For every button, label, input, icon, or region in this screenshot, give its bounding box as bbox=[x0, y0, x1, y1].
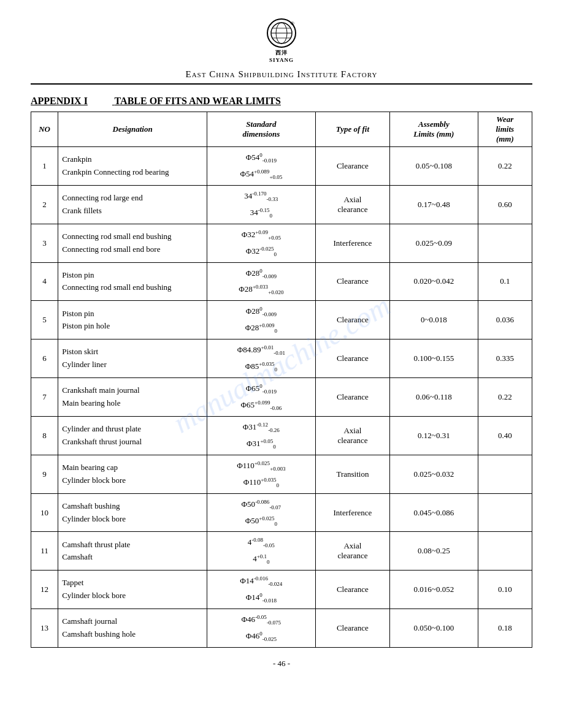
cell-no: 10 bbox=[31, 493, 58, 532]
cell-assembly: 0.17~0.48 bbox=[390, 185, 478, 224]
cell-type: Clearance bbox=[315, 147, 389, 186]
cell-wear: 0.60 bbox=[478, 185, 532, 224]
cell-std-dims: Φ110+0.025+0.003Φ110+0.0350 bbox=[207, 455, 316, 493]
cell-type: Transition bbox=[315, 455, 389, 493]
cell-assembly: 0.020~0.042 bbox=[390, 262, 478, 301]
cell-designation: Piston pinConnecting rod small end bushi… bbox=[58, 262, 207, 301]
col-header-no: NO bbox=[31, 112, 58, 147]
cell-type: Interference bbox=[315, 224, 389, 262]
cell-no: 6 bbox=[31, 339, 58, 378]
cell-designation: Connecting rod small end bushingConnecti… bbox=[58, 224, 207, 262]
cell-designation: Piston pinPiston pin hole bbox=[58, 301, 207, 339]
cell-no: 2 bbox=[31, 185, 58, 224]
cell-no: 9 bbox=[31, 455, 58, 493]
cell-wear bbox=[478, 493, 532, 532]
table-row: 10Camshaft bushingCylinder block boreΦ50… bbox=[31, 493, 532, 532]
cell-std-dims: Φ14-0.016-0.024Φ140-0.018 bbox=[207, 571, 316, 609]
cell-wear bbox=[478, 532, 532, 571]
cell-no: 8 bbox=[31, 416, 58, 455]
cell-designation: Piston skirtCylinder liner bbox=[58, 339, 207, 378]
table-row: 5Piston pinPiston pin holeΦ280-0.009Φ28+… bbox=[31, 301, 532, 339]
cell-std-dims: Φ650-0.019Φ65+0.099-0.06 bbox=[207, 378, 316, 417]
table-header-row: NO Designation Standarddimensions Type o… bbox=[31, 112, 532, 147]
cell-wear bbox=[478, 455, 532, 493]
cell-no: 1 bbox=[31, 147, 58, 186]
cell-assembly: 0.016~0.052 bbox=[390, 571, 478, 609]
cell-wear: 0.22 bbox=[478, 147, 532, 186]
cell-wear bbox=[478, 224, 532, 262]
appendix-label: APPENDIX I bbox=[31, 96, 88, 106]
cell-type: Clearance bbox=[315, 301, 389, 339]
fits-wear-limits-table: NO Designation Standarddimensions Type o… bbox=[31, 112, 532, 648]
logo-area: ® 西洋SIYANG bbox=[267, 18, 296, 63]
table-row: 7Crankshaft main journalMain bearing hol… bbox=[31, 378, 532, 417]
cell-assembly: 0.06~0.118 bbox=[390, 378, 478, 417]
cell-std-dims: Φ280-0.009Φ28+0.033+0.020 bbox=[207, 262, 316, 301]
logo-icon: ® bbox=[267, 18, 296, 48]
header-divider bbox=[31, 83, 532, 85]
cell-std-dims: Φ540-0.019Φ54+0.089+0.05 bbox=[207, 147, 316, 186]
cell-wear: 0.22 bbox=[478, 378, 532, 417]
table-row: 2Connecting rod large endCrank fillets34… bbox=[31, 185, 532, 224]
cell-designation: CrankpinCrankpin Connecting rod bearing bbox=[58, 147, 207, 186]
cell-designation: Cylinder and thrust plateCrankshaft thru… bbox=[58, 416, 207, 455]
cell-std-dims: Φ46-0.05-0.075Φ460-0.025 bbox=[207, 609, 316, 648]
cell-assembly: 0.05~0.108 bbox=[390, 147, 478, 186]
table-row: 12TappetCylinder block boreΦ14-0.016-0.0… bbox=[31, 571, 532, 609]
cell-type: Clearance bbox=[315, 609, 389, 648]
col-header-designation: Designation bbox=[58, 112, 207, 147]
cell-wear: 0.036 bbox=[478, 301, 532, 339]
col-header-wear: Wearlimits(mm) bbox=[478, 112, 532, 147]
cell-std-dims: 4-0.08-0.054+0.10 bbox=[207, 532, 316, 571]
cell-type: Clearance bbox=[315, 378, 389, 417]
cell-no: 13 bbox=[31, 609, 58, 648]
cell-type: Axialclearance bbox=[315, 416, 389, 455]
cell-wear: 0.1 bbox=[478, 262, 532, 301]
col-header-assembly: AssemblyLimits (mm) bbox=[390, 112, 478, 147]
table-row: 11Camshaft thrust plateCamshaft4-0.08-0.… bbox=[31, 532, 532, 571]
table-row: 1CrankpinCrankpin Connecting rod bearing… bbox=[31, 147, 532, 186]
cell-no: 12 bbox=[31, 571, 58, 609]
cell-std-dims: Φ31-0.12-0.26Φ31+0.050 bbox=[207, 416, 316, 455]
cell-assembly: 0.12~0.31 bbox=[390, 416, 478, 455]
logo-text: 西洋SIYANG bbox=[269, 49, 294, 63]
cell-std-dims: 34-0.170-0.3334-0.150 bbox=[207, 185, 316, 224]
cell-designation: Camshaft journalCamshaft bushing hole bbox=[58, 609, 207, 648]
cell-no: 11 bbox=[31, 532, 58, 571]
cell-assembly: 0.100~0.155 bbox=[390, 339, 478, 378]
appendix-table-title: TABLE OF FITS AND WEAR LIMITS bbox=[115, 96, 281, 106]
cell-designation: Camshaft bushingCylinder block bore bbox=[58, 493, 207, 532]
cell-wear: 0.18 bbox=[478, 609, 532, 648]
page-header: ® 西洋SIYANG East China Shipbuilding Insti… bbox=[31, 18, 532, 85]
cell-assembly: 0.025~0.09 bbox=[390, 224, 478, 262]
cell-wear: 0.40 bbox=[478, 416, 532, 455]
company-name: East China Shipbuilding Institute Factor… bbox=[186, 69, 378, 80]
cell-no: 3 bbox=[31, 224, 58, 262]
col-header-type: Type of fit bbox=[315, 112, 389, 147]
logo-registered: ® bbox=[290, 20, 294, 26]
table-row: 13Camshaft journalCamshaft bushing holeΦ… bbox=[31, 609, 532, 648]
cell-std-dims: Φ32+0.09+0.05Φ32-0.0250 bbox=[207, 224, 316, 262]
cell-designation: Crankshaft main journalMain bearing hole bbox=[58, 378, 207, 417]
cell-no: 5 bbox=[31, 301, 58, 339]
col-header-std: Standarddimensions bbox=[207, 112, 316, 147]
appendix-title: APPENDIX I TABLE OF FITS AND WEAR LIMITS bbox=[31, 96, 532, 107]
cell-wear: 0.335 bbox=[478, 339, 532, 378]
cell-std-dims: Φ280-0.009Φ28+0.0090 bbox=[207, 301, 316, 339]
cell-type: Clearance bbox=[315, 262, 389, 301]
cell-assembly: 0.045~0.086 bbox=[390, 493, 478, 532]
cell-std-dims: Φ50-0.086-0.07Φ50+0.0250 bbox=[207, 493, 316, 532]
cell-designation: TappetCylinder block bore bbox=[58, 571, 207, 609]
cell-assembly: 0.050~0.100 bbox=[390, 609, 478, 648]
table-row: 8Cylinder and thrust plateCrankshaft thr… bbox=[31, 416, 532, 455]
page-number: - 46 - bbox=[31, 659, 532, 669]
cell-assembly: 0.025~0.032 bbox=[390, 455, 478, 493]
cell-wear: 0.10 bbox=[478, 571, 532, 609]
table-row: 6Piston skirtCylinder linerΦ84.89+0.01-0… bbox=[31, 339, 532, 378]
cell-type: Interference bbox=[315, 493, 389, 532]
table-row: 3Connecting rod small end bushingConnect… bbox=[31, 224, 532, 262]
cell-type: Clearance bbox=[315, 571, 389, 609]
cell-std-dims: Φ84.89+0.01-0.01Φ85+0.0350 bbox=[207, 339, 316, 378]
cell-assembly: 0~0.018 bbox=[390, 301, 478, 339]
cell-no: 4 bbox=[31, 262, 58, 301]
